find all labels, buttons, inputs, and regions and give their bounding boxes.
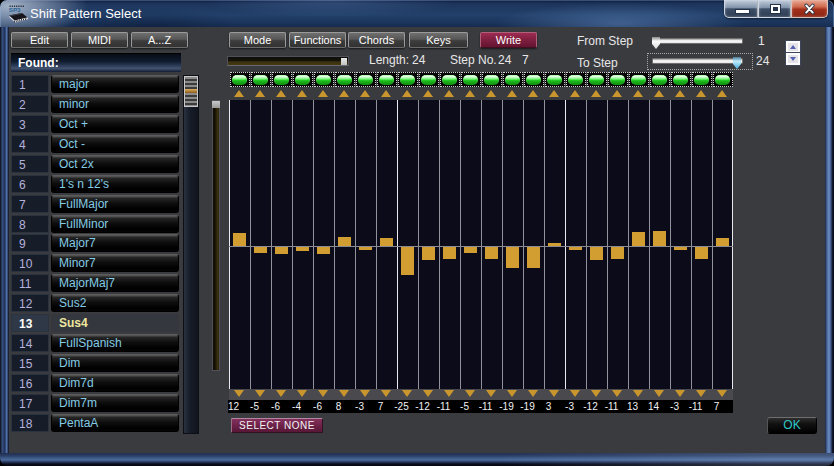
svg-text:SP3: SP3 xyxy=(9,6,21,13)
